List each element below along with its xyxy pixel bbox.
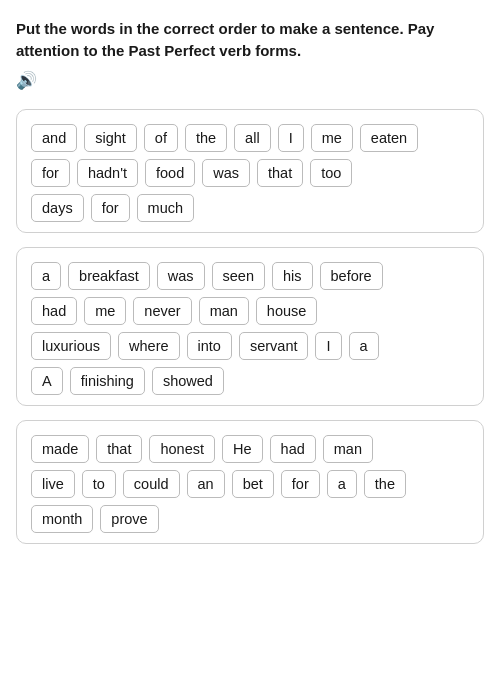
word-chip[interactable]: me (311, 124, 353, 152)
word-row-2-3: luxuriouswhereintoservantIa (31, 332, 469, 360)
word-row-3-2: livetocouldanbetforathe (31, 470, 469, 498)
word-chip[interactable]: into (187, 332, 232, 360)
word-chip[interactable]: I (315, 332, 341, 360)
word-chip[interactable]: the (364, 470, 406, 498)
word-chip[interactable]: He (222, 435, 263, 463)
word-chip[interactable]: that (257, 159, 303, 187)
word-chip[interactable]: and (31, 124, 77, 152)
word-chip[interactable]: showed (152, 367, 224, 395)
word-chip[interactable]: I (278, 124, 304, 152)
word-chip[interactable]: for (281, 470, 320, 498)
word-row-3-3: monthprove (31, 505, 469, 533)
word-chip[interactable]: bet (232, 470, 274, 498)
word-chip[interactable]: house (256, 297, 318, 325)
word-row-1-3: daysformuch (31, 194, 469, 222)
word-chip[interactable]: month (31, 505, 93, 533)
word-chip[interactable]: a (327, 470, 357, 498)
word-chip[interactable]: seen (212, 262, 265, 290)
instruction-text: Put the words in the correct order to ma… (16, 18, 484, 62)
word-chip[interactable]: much (137, 194, 194, 222)
word-chip[interactable]: had (270, 435, 316, 463)
word-chip[interactable]: eaten (360, 124, 418, 152)
word-chip[interactable]: man (323, 435, 373, 463)
word-chip[interactable]: the (185, 124, 227, 152)
word-chip[interactable]: could (123, 470, 180, 498)
word-chip[interactable]: all (234, 124, 271, 152)
word-chip[interactable]: finishing (70, 367, 145, 395)
word-chip[interactable]: for (31, 159, 70, 187)
sentence-box-1: andsightoftheallImeeatenforhadn'tfoodwas… (16, 109, 484, 233)
sentence-box-3: madethathonestHehadmanlivetocouldanbetfo… (16, 420, 484, 544)
word-chip[interactable]: prove (100, 505, 158, 533)
word-chip[interactable]: man (199, 297, 249, 325)
word-row-2-4: Afinishingshowed (31, 367, 469, 395)
word-chip[interactable]: food (145, 159, 195, 187)
word-chip[interactable]: A (31, 367, 63, 395)
word-chip[interactable]: to (82, 470, 116, 498)
word-chip[interactable]: for (91, 194, 130, 222)
word-chip[interactable]: before (320, 262, 383, 290)
word-chip[interactable]: luxurious (31, 332, 111, 360)
word-row-1-2: forhadn'tfoodwasthattoo (31, 159, 469, 187)
word-row-2-1: abreakfastwasseenhisbefore (31, 262, 469, 290)
word-chip[interactable]: had (31, 297, 77, 325)
word-chip[interactable]: of (144, 124, 178, 152)
word-chip[interactable]: never (133, 297, 191, 325)
word-chip[interactable]: made (31, 435, 89, 463)
word-chip[interactable]: his (272, 262, 313, 290)
word-chip[interactable]: that (96, 435, 142, 463)
sentence-box-2: abreakfastwasseenhisbeforehadmenevermanh… (16, 247, 484, 406)
word-chip[interactable]: servant (239, 332, 309, 360)
word-chip[interactable]: me (84, 297, 126, 325)
sentences-container: andsightoftheallImeeatenforhadn'tfoodwas… (16, 109, 484, 544)
word-row-1-1: andsightoftheallImeeaten (31, 124, 469, 152)
word-chip[interactable]: honest (149, 435, 215, 463)
word-chip[interactable]: was (157, 262, 205, 290)
word-chip[interactable]: hadn't (77, 159, 138, 187)
word-chip[interactable]: an (187, 470, 225, 498)
word-chip[interactable]: live (31, 470, 75, 498)
word-chip[interactable]: where (118, 332, 180, 360)
word-chip[interactable]: sight (84, 124, 137, 152)
word-chip[interactable]: too (310, 159, 352, 187)
word-row-3-1: madethathonestHehadman (31, 435, 469, 463)
speaker-icon[interactable]: 🔊 (16, 69, 37, 94)
instruction-block: Put the words in the correct order to ma… (16, 18, 484, 93)
word-row-2-2: hadmenevermanhouse (31, 297, 469, 325)
word-chip[interactable]: was (202, 159, 250, 187)
word-chip[interactable]: a (349, 332, 379, 360)
word-chip[interactable]: days (31, 194, 84, 222)
word-chip[interactable]: a (31, 262, 61, 290)
word-chip[interactable]: breakfast (68, 262, 150, 290)
